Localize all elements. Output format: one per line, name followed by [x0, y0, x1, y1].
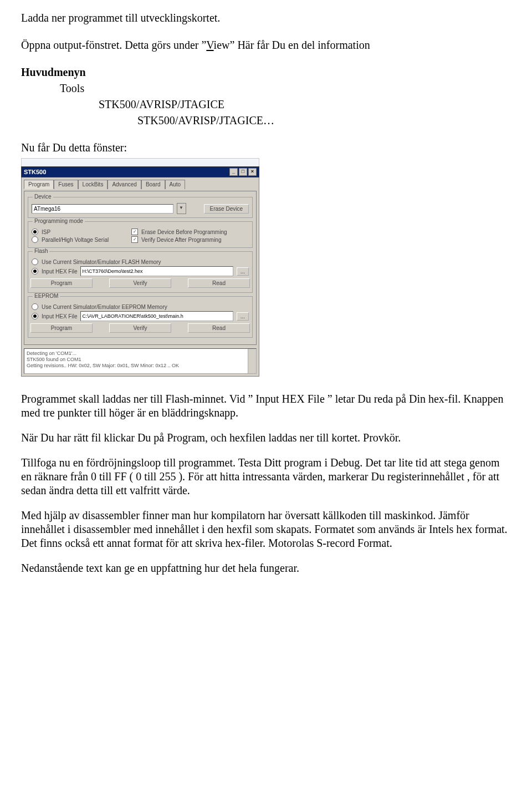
label-eeprom-hex: Input HEX File	[42, 313, 77, 319]
legend-eeprom: EEPROM	[33, 293, 60, 299]
tab-board[interactable]: Board	[141, 180, 165, 189]
device-combo[interactable]	[32, 204, 173, 214]
para-program-run: När Du har rätt fil klickar Du på Progra…	[21, 431, 511, 445]
tab-strip: Program Fuses LockBits Advanced Board Au…	[24, 180, 257, 189]
device-dropdown-icon[interactable]: ▼	[177, 203, 186, 214]
tab-fuses[interactable]: Fuses	[54, 180, 78, 189]
eeprom-verify-button[interactable]: Verify	[109, 323, 171, 333]
para-load: Ladda ner programmet till utvecklingskor…	[21, 11, 511, 25]
menu-view-rest: iew	[214, 39, 230, 51]
para-delay-loop: Tillfoga nu en fördröjningsloop till pro…	[21, 456, 511, 498]
log-line: Getting revisions.. HW: 0x02, SW Major: …	[27, 363, 245, 369]
label-verify-after: Verify Device After Programming	[141, 237, 222, 243]
erase-device-button[interactable]: Erase Device	[204, 204, 249, 214]
flash-browse-button[interactable]: ...	[237, 267, 249, 276]
tab-program[interactable]: Program	[24, 180, 54, 189]
menu-path-stk500-2: STK500/AVRISP/JTAGICE…	[21, 114, 511, 128]
heading-huvudmenyn: Huvudmenyn	[21, 65, 511, 79]
log-line: Detecting on 'COM1'...	[27, 351, 245, 357]
group-device: Device ▼ Erase Device	[28, 197, 253, 218]
label-erase-before: Erase Device Before Programming	[141, 229, 227, 235]
group-progmode: Programming mode ISP Parallel/High Volta…	[28, 221, 253, 248]
legend-device: Device	[33, 194, 53, 200]
status-log: Detecting on 'COM1'... STK500 found on C…	[24, 348, 257, 374]
legend-progmode: Programming mode	[33, 218, 85, 224]
eeprom-program-button[interactable]: Program	[30, 323, 93, 333]
check-verify-after[interactable]	[131, 236, 138, 243]
menu-path-tools: Tools	[21, 82, 511, 95]
maximize-button[interactable]: □	[239, 168, 247, 176]
para-open-output: Öppna output-fönstret. Detta görs under …	[21, 38, 511, 52]
check-erase-before[interactable]	[131, 229, 138, 235]
menu-path-stk500-1: STK500/AVRISP/JTAGICE	[21, 98, 511, 111]
window-titlebar: STK500 _ □ ×	[21, 166, 259, 177]
radio-eeprom-current[interactable]	[32, 303, 38, 310]
group-eeprom: EEPROM Use Current Simulator/Emulator EE…	[28, 296, 253, 338]
log-line: STK500 found on COM1	[27, 357, 245, 363]
radio-isp[interactable]	[32, 229, 38, 235]
radio-flash-hex[interactable]	[32, 268, 38, 275]
flash-program-button[interactable]: Program	[30, 278, 93, 288]
label-flash-hex: Input HEX File	[42, 268, 77, 275]
eeprom-browse-button[interactable]: ...	[237, 312, 249, 321]
tab-auto[interactable]: Auto	[165, 180, 186, 189]
label-eeprom-current: Use Current Simulator/Emulator EEPROM Me…	[42, 304, 167, 310]
tab-lockbits[interactable]: LockBits	[78, 180, 108, 189]
flash-verify-button[interactable]: Verify	[109, 278, 171, 288]
radio-parallel[interactable]	[32, 236, 38, 243]
menu-view-letter: V	[206, 39, 213, 51]
close-button[interactable]: ×	[248, 168, 257, 176]
radio-flash-current[interactable]	[32, 258, 38, 265]
eeprom-hex-input[interactable]	[80, 311, 233, 321]
log-scrollbar[interactable]	[248, 349, 256, 373]
para-flash-instructions: Programmet skall laddas ner till Flash-m…	[21, 392, 511, 420]
radio-eeprom-hex[interactable]	[32, 313, 38, 319]
label-parallel: Parallel/High Voltage Serial	[42, 237, 109, 243]
window-title: STK500	[24, 169, 46, 175]
legend-flash: Flash	[33, 248, 49, 254]
para-below-text: Nedanstående text kan ge en uppfattning …	[21, 561, 511, 575]
flash-read-button[interactable]: Read	[188, 278, 250, 288]
eeprom-read-button[interactable]: Read	[188, 323, 250, 333]
para-disassembler: Med hjälp av disassembler finner man hur…	[21, 509, 511, 550]
stk500-screenshot: STK500 _ □ × Program Fuses LockBits Adva…	[21, 158, 259, 377]
tab-advanced[interactable]: Advanced	[108, 180, 141, 189]
para-window-intro: Nu får Du detta fönster:	[21, 141, 511, 155]
minimize-button[interactable]: _	[229, 168, 238, 176]
text-fragment: Öppna output-fönstret. Detta görs under …	[21, 39, 206, 51]
flash-hex-input[interactable]	[80, 266, 233, 276]
ghost-bar	[21, 158, 259, 166]
label-flash-current: Use Current Simulator/Emulator FLASH Mem…	[42, 259, 161, 265]
group-flash: Flash Use Current Simulator/Emulator FLA…	[28, 251, 253, 293]
label-isp: ISP	[42, 229, 50, 235]
text-fragment: ” Här får Du en del information	[230, 39, 370, 51]
